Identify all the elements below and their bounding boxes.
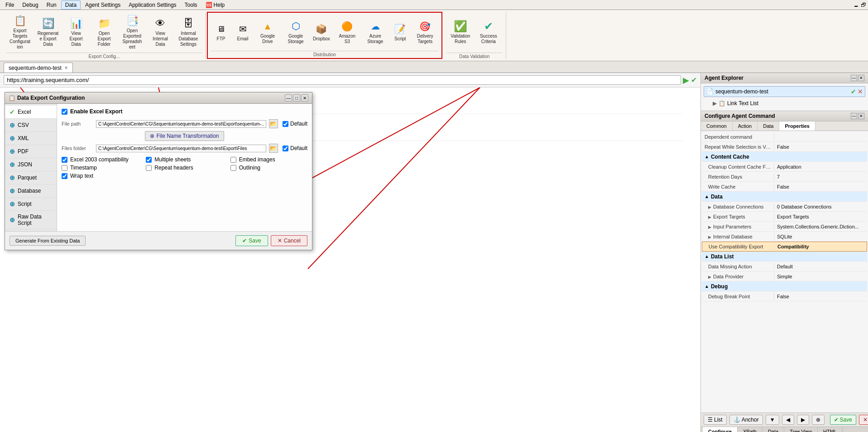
menu-run[interactable]: Run bbox=[43, 1, 60, 9]
dialog-cancel-btn[interactable]: ✕ Cancel bbox=[271, 235, 307, 246]
cleanup-val[interactable]: Application bbox=[774, 163, 867, 170]
multiple-sheets-checkbox[interactable] bbox=[146, 157, 152, 163]
file-path-input[interactable] bbox=[96, 120, 266, 128]
sidebar-excel[interactable]: ✔ Excel bbox=[5, 106, 57, 119]
dropbox-btn[interactable]: 📦 Dropbox bbox=[310, 20, 333, 44]
data-missing-val[interactable]: Default bbox=[774, 263, 867, 270]
anchor-btn[interactable]: ⚓ Anchor bbox=[729, 415, 763, 425]
file-path-default-checkbox[interactable] bbox=[283, 121, 288, 127]
checkmark-btn[interactable]: ✔ bbox=[691, 76, 697, 84]
db-conn-expand[interactable]: ▶ bbox=[708, 205, 711, 209]
back-btn[interactable]: ◀ bbox=[782, 415, 794, 425]
input-params-val[interactable]: System.Collections.Generic.Diction... bbox=[774, 223, 867, 230]
input-params-expand[interactable]: ▶ bbox=[708, 225, 711, 229]
files-folder-browse-btn[interactable]: 📂 bbox=[269, 144, 278, 153]
amazon-s3-btn[interactable]: 🟠 Amazon S3 bbox=[334, 17, 361, 46]
cp-close-btn[interactable]: ✕ bbox=[858, 113, 864, 119]
bottom-tab-html[interactable]: HTML bbox=[818, 427, 843, 432]
bottom-tab-xpath[interactable]: XPath bbox=[738, 427, 762, 432]
success-criteria-btn[interactable]: ✔ Success Criteria bbox=[475, 17, 502, 46]
ae-minimize-btn[interactable]: — bbox=[851, 75, 857, 81]
google-drive-btn[interactable]: ▲ Google Drive bbox=[254, 17, 281, 46]
open-export-folder-btn[interactable]: 📁 Open Export Folder bbox=[91, 15, 118, 49]
embed-images-checkbox[interactable] bbox=[230, 157, 236, 163]
files-folder-input[interactable] bbox=[96, 145, 266, 152]
view-export-btn[interactable]: 📊 View Export Data bbox=[62, 15, 90, 49]
view-internal-btn[interactable]: 👁 View Internal Data bbox=[147, 15, 174, 49]
url-input[interactable] bbox=[4, 75, 681, 85]
script-dist-btn[interactable]: 📝 Script bbox=[390, 20, 411, 44]
tab-common[interactable]: Common bbox=[701, 121, 733, 131]
compat-export-val[interactable]: Compatibility bbox=[775, 243, 867, 250]
menu-file[interactable]: File bbox=[2, 1, 18, 9]
export-targets-val[interactable]: Export Targets bbox=[774, 213, 867, 220]
sidebar-database[interactable]: ⊕ Database bbox=[5, 184, 57, 198]
agent-child-link-text-list[interactable]: ▶ 📋 Link Text List bbox=[704, 99, 865, 108]
export-targets-btn[interactable]: 📋 Export Targets Configuration bbox=[6, 12, 34, 52]
debug-section-expand[interactable]: ▲ bbox=[705, 284, 709, 289]
open-exported-spreadsheet-btn[interactable]: 📑 Open Exported Spreadsheet bbox=[119, 12, 146, 52]
agent-x-icon[interactable]: ✕ bbox=[858, 88, 863, 95]
sidebar-json[interactable]: ⊕ JSON bbox=[5, 158, 57, 171]
files-folder-default-checkbox[interactable] bbox=[283, 146, 288, 151]
menu-data[interactable]: Data bbox=[61, 0, 81, 10]
data-list-expand[interactable]: ▲ bbox=[705, 254, 709, 259]
tab-sequentum-demo-test[interactable]: sequentum-demo-test ✕ bbox=[4, 63, 73, 73]
validation-rules-btn[interactable]: ✅ Validation Rules bbox=[447, 17, 474, 46]
agent-node-main[interactable]: 📄 sequentum-demo-test ✔ ✕ bbox=[704, 86, 865, 97]
azure-storage-btn[interactable]: ☁ Azure Storage bbox=[362, 17, 389, 46]
sidebar-pdf[interactable]: ⊕ PDF bbox=[5, 145, 57, 158]
play-btn[interactable]: ▶ bbox=[683, 75, 689, 85]
list-btn[interactable]: ☰ List bbox=[704, 415, 727, 425]
fn-transform-btn[interactable]: ⊕ File Name Transformation bbox=[145, 131, 224, 141]
filter-btn[interactable]: ▼ bbox=[766, 415, 779, 425]
menu-agent-settings[interactable]: Agent Settings bbox=[82, 1, 124, 9]
data-section-expand[interactable]: ▲ bbox=[705, 194, 709, 199]
dependent-val[interactable] bbox=[774, 136, 867, 138]
wrap-text-checkbox[interactable] bbox=[62, 173, 67, 179]
generate-from-existing-btn[interactable]: Generate From Existing Data bbox=[10, 236, 86, 246]
write-cache-val[interactable]: False bbox=[774, 183, 867, 190]
menu-help[interactable]: Help bbox=[214, 2, 225, 8]
window-restore-icon[interactable]: 🗗 bbox=[861, 2, 866, 8]
dialog-restore-btn[interactable]: □ bbox=[293, 94, 300, 102]
tab-action[interactable]: Action bbox=[733, 121, 758, 131]
outlining-checkbox[interactable] bbox=[230, 165, 236, 171]
tab-close-btn[interactable]: ✕ bbox=[64, 65, 68, 70]
menu-debug[interactable]: Debug bbox=[19, 1, 42, 9]
menu-tools[interactable]: Tools bbox=[181, 1, 201, 9]
internal-db-expand[interactable]: ▶ bbox=[708, 235, 711, 239]
bottom-tab-data[interactable]: Data bbox=[762, 427, 784, 432]
repeat-val[interactable]: False bbox=[774, 143, 867, 150]
delivery-targets-btn[interactable]: 🎯 Delivery Targets bbox=[412, 17, 439, 46]
bottom-tab-treeview[interactable]: Tree View bbox=[784, 427, 818, 432]
debug-bp-val[interactable]: False bbox=[774, 293, 867, 300]
sidebar-csv[interactable]: ⊕ CSV bbox=[5, 119, 57, 132]
agent-check-icon[interactable]: ✔ bbox=[851, 88, 856, 95]
sidebar-script[interactable]: ⊕ Script bbox=[5, 198, 57, 211]
db-conn-val[interactable]: 0 Database Connections bbox=[774, 203, 867, 210]
data-provider-val[interactable]: Simple bbox=[774, 273, 867, 280]
tab-data[interactable]: Data bbox=[758, 121, 779, 131]
cp-minimize-btn[interactable]: — bbox=[851, 113, 857, 119]
internal-db-val[interactable]: SQLite bbox=[774, 233, 867, 240]
sidebar-parquet[interactable]: ⊕ Parquet bbox=[5, 171, 57, 184]
export-targets-expand[interactable]: ▶ bbox=[708, 215, 711, 219]
dialog-save-btn[interactable]: ✔ Save bbox=[235, 235, 268, 246]
content-cache-expand[interactable]: ▲ bbox=[705, 154, 709, 159]
data-provider-expand[interactable]: ▶ bbox=[708, 275, 711, 279]
bottom-tab-configure[interactable]: Configure bbox=[703, 427, 738, 432]
ftp-btn[interactable]: 🖥 FTP bbox=[211, 20, 231, 44]
configure-save-btn[interactable]: ✔ Save bbox=[830, 415, 856, 425]
menu-app-settings[interactable]: Application Settings bbox=[125, 1, 180, 9]
sidebar-raw-data-script[interactable]: ⊕ Raw Data Script bbox=[5, 211, 57, 229]
google-storage-btn[interactable]: ⬡ Google Storage bbox=[282, 17, 309, 46]
timestamp-checkbox[interactable] bbox=[62, 165, 67, 171]
file-path-browse-btn[interactable]: 📂 bbox=[269, 119, 278, 128]
dialog-close-btn[interactable]: ✕ bbox=[301, 94, 308, 102]
excel2003-checkbox[interactable] bbox=[62, 157, 67, 163]
sidebar-xml[interactable]: ⊕ XML bbox=[5, 132, 57, 145]
configure-cancel-btn[interactable]: ✕ Cancel bbox=[859, 415, 868, 425]
add-btn[interactable]: ⊕ bbox=[812, 415, 825, 425]
repeat-headers-checkbox[interactable] bbox=[146, 165, 152, 171]
